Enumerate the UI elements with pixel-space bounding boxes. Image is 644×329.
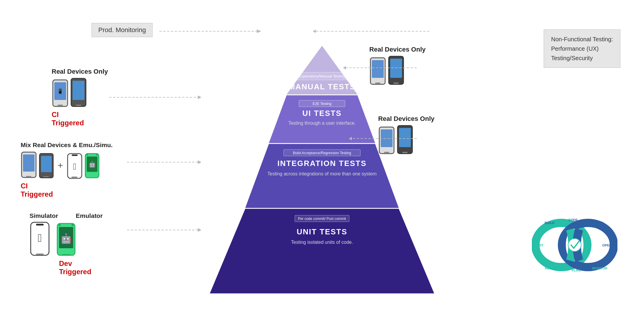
sim-emu-arrow bbox=[124, 227, 201, 233]
android-emulator: 🤖 bbox=[56, 223, 76, 257]
svg-text:Testing through a user interfa: Testing through a user interface. bbox=[288, 121, 356, 126]
svg-point-88 bbox=[568, 238, 581, 251]
svg-text:OPERATE: OPERATE bbox=[602, 244, 617, 247]
phone-real-1 bbox=[21, 152, 37, 180]
right-phone-1 bbox=[369, 57, 386, 87]
devops-diagram: BUILD CODE DEPLOY OPERATE MONITOR PLAN R… bbox=[532, 217, 617, 273]
svg-marker-22 bbox=[313, 29, 316, 33]
svg-marker-60 bbox=[198, 228, 201, 232]
svg-text:BUILD: BUILD bbox=[545, 221, 555, 225]
svg-point-56 bbox=[71, 224, 74, 226]
svg-text:📱: 📱 bbox=[57, 88, 63, 94]
svg-text:PLAN: PLAN bbox=[572, 269, 581, 272]
svg-text:Per code commit/ Post commit: Per code commit/ Post commit bbox=[298, 217, 346, 221]
manual-right-arrow bbox=[313, 27, 437, 36]
main-container: Exploratory/Manual Testing MANUAL TESTS … bbox=[0, 0, 644, 329]
svg-marker-76 bbox=[349, 137, 352, 140]
emulator-label: Emulator bbox=[76, 212, 103, 219]
svg-text:🤖: 🤖 bbox=[60, 233, 72, 244]
real-devices-ui-label: Real Devices Only bbox=[378, 115, 434, 123]
svg-rect-34 bbox=[26, 176, 31, 177]
svg-rect-52 bbox=[36, 254, 44, 255]
svg-text::  bbox=[73, 162, 76, 171]
svg-rect-63 bbox=[375, 83, 380, 84]
prod-monitoring-box: Prod. Monitoring bbox=[91, 23, 153, 37]
real-devices-manual-label: Real Devices Only bbox=[369, 46, 426, 53]
svg-text:UI TESTS: UI TESTS bbox=[302, 109, 341, 118]
svg-rect-36 bbox=[41, 156, 52, 172]
right-manual-arrow bbox=[343, 65, 420, 71]
right-phone-2 bbox=[388, 56, 405, 87]
phone-real-2 bbox=[39, 153, 54, 180]
svg-text:DEPLOY: DEPLOY bbox=[590, 221, 604, 225]
right-ui-arrow bbox=[349, 136, 420, 142]
svg-rect-33 bbox=[23, 154, 35, 172]
phone-emu-android: 🤖 bbox=[84, 153, 100, 180]
prod-monitoring-arrow bbox=[156, 27, 263, 36]
mix-devices-label: Mix Real Devices & Emu./Simu. bbox=[21, 142, 113, 149]
sim-emu-block: Simulator Emulator  🤖 Dev Triggered bbox=[30, 212, 103, 276]
phone-icon-2 bbox=[70, 78, 87, 109]
devops-infinity-svg: BUILD CODE DEPLOY OPERATE MONITOR PLAN R… bbox=[532, 217, 617, 273]
prod-monitoring-label: Prod. Monitoring bbox=[98, 26, 146, 34]
svg-rect-71 bbox=[384, 152, 389, 153]
dev-triggered: Dev Triggered bbox=[59, 259, 103, 276]
svg-text:MANUAL TESTS: MANUAL TESTS bbox=[288, 82, 355, 91]
svg-rect-66 bbox=[393, 83, 399, 84]
nft-line3: Testing/Security bbox=[551, 53, 613, 63]
svg-rect-29 bbox=[76, 105, 81, 106]
ci-triggered-2: CI Triggered bbox=[21, 182, 113, 198]
svg-text:CODE: CODE bbox=[568, 218, 578, 222]
svg-rect-25 bbox=[58, 105, 63, 106]
svg-rect-39 bbox=[72, 154, 78, 156]
svg-marker-20 bbox=[257, 29, 261, 33]
real-devices-left-top-label: Real Devices Only bbox=[52, 68, 108, 75]
phone-icon-1: 📱 bbox=[52, 79, 69, 109]
plus-icon: + bbox=[58, 160, 63, 171]
svg-text::  bbox=[38, 232, 42, 244]
mix-devices-block: Mix Real Devices & Emu./Simu. +  bbox=[21, 142, 113, 198]
svg-marker-31 bbox=[198, 96, 201, 99]
phone-sim-apple:  bbox=[67, 153, 83, 180]
svg-text:🤖: 🤖 bbox=[88, 161, 96, 168]
simulator-label: Simulator bbox=[30, 212, 58, 219]
svg-point-44 bbox=[86, 154, 88, 156]
svg-marker-48 bbox=[198, 160, 201, 164]
svg-rect-74 bbox=[402, 152, 408, 153]
svg-text:E2E Testing: E2E Testing bbox=[313, 102, 331, 106]
svg-rect-28 bbox=[73, 81, 84, 100]
svg-text:Build Acceptance/Regression Te: Build Acceptance/Regression Testing bbox=[293, 151, 351, 155]
svg-rect-41 bbox=[71, 177, 77, 178]
svg-point-55 bbox=[58, 224, 61, 226]
svg-text:Testing isolated units of code: Testing isolated units of code. bbox=[291, 240, 353, 245]
svg-text:TEST: TEST bbox=[535, 244, 543, 247]
ci-triggered-1: CI Triggered bbox=[52, 111, 108, 127]
svg-rect-37 bbox=[43, 176, 49, 177]
nft-title: Non-Functional Testing: bbox=[551, 34, 613, 44]
mix-arrow bbox=[124, 159, 201, 165]
iphone-simulator:  bbox=[30, 222, 50, 257]
svg-text:UNIT TESTS: UNIT TESTS bbox=[297, 227, 347, 236]
real-devices-left-top: Real Devices Only 📱 CI Triggered bbox=[52, 68, 108, 127]
svg-point-45 bbox=[96, 154, 98, 156]
svg-marker-68 bbox=[343, 66, 346, 70]
svg-text:MONITOR: MONITOR bbox=[592, 267, 607, 270]
nft-box: Non-Functional Testing: Performance (UX)… bbox=[544, 29, 620, 68]
nft-line2: Performance (UX) bbox=[551, 44, 613, 53]
svg-text:INTEGRATION TESTS: INTEGRATION TESTS bbox=[277, 159, 367, 168]
svg-rect-58 bbox=[62, 254, 70, 255]
svg-rect-50 bbox=[36, 224, 44, 226]
svg-text:Exploratory/Manual Testing: Exploratory/Manual Testing bbox=[299, 74, 345, 78]
svg-text:RELEASE: RELEASE bbox=[545, 267, 560, 270]
left-top-arrow bbox=[106, 94, 201, 100]
svg-text:Testing across integrations of: Testing across integrations of more than… bbox=[267, 171, 377, 176]
